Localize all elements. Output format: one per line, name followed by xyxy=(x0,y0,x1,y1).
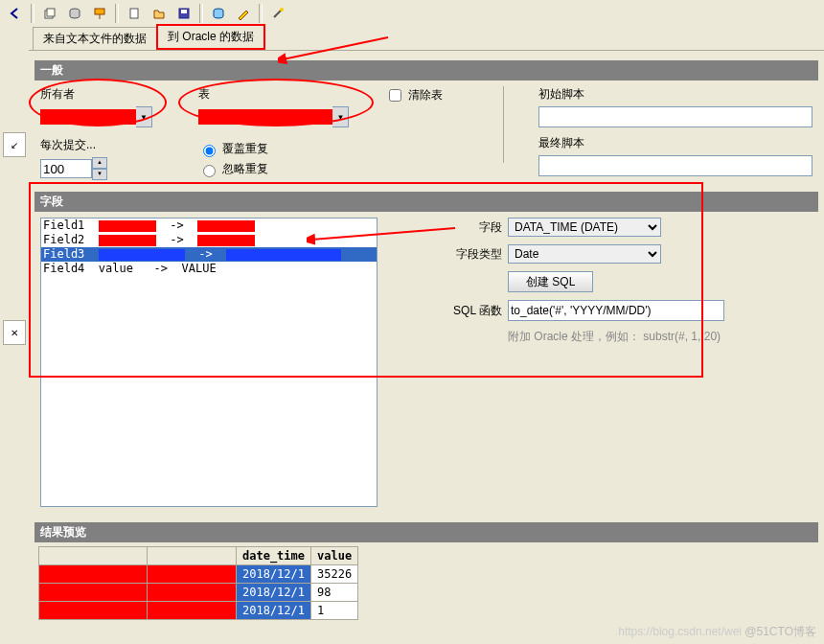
sql-hint: 附加 Oracle 处理，例如： substr(#, 1, 20) xyxy=(508,329,721,345)
tab-oracle[interactable]: 到 Oracle 的数据 xyxy=(156,24,265,50)
side-close-icon[interactable]: ✕ xyxy=(3,320,26,345)
svg-rect-1 xyxy=(47,9,55,16)
final-script-label: 最终脚本 xyxy=(538,135,813,151)
sql-func-input[interactable] xyxy=(508,300,724,321)
left-gutter: ↙ ✕ xyxy=(0,27,30,644)
table-label: 表 xyxy=(198,86,355,103)
preview-col-value: value xyxy=(311,547,358,565)
table-combo[interactable]: ▼ xyxy=(198,106,355,127)
field-type-select[interactable]: Date xyxy=(508,244,661,264)
sql-func-label: SQL 函数 xyxy=(445,303,502,319)
fields-listbox[interactable]: Field1 -> Field2 -> Field3 -> Field4 val… xyxy=(40,218,378,507)
db-cyl-icon[interactable] xyxy=(207,2,230,25)
field-type-label: 字段类型 xyxy=(445,246,502,263)
overwrite-radio[interactable]: 覆盖重复 xyxy=(198,141,355,157)
owner-combo[interactable]: ▼ xyxy=(40,106,170,127)
section-preview-header: 结果预览 xyxy=(34,522,818,542)
svg-rect-5 xyxy=(130,9,138,18)
init-script-input[interactable] xyxy=(538,106,813,127)
create-sql-button[interactable]: 创建 SQL xyxy=(508,271,593,292)
save-icon[interactable] xyxy=(172,2,195,25)
commit-every-input[interactable] xyxy=(40,159,92,178)
open-icon[interactable] xyxy=(148,2,171,25)
copy-icon[interactable] xyxy=(38,2,61,25)
format-icon[interactable] xyxy=(88,2,111,25)
commit-every-label: 每次提交... xyxy=(40,137,170,153)
section-fields-header: 字段 xyxy=(34,192,818,212)
commit-every-spinner[interactable]: ▲▼ xyxy=(40,157,170,180)
ignore-radio[interactable]: 忽略重复 xyxy=(198,161,355,177)
preview-table: date_time value 2018/12/135226 2018/12/1… xyxy=(38,546,358,620)
preview-col-1 xyxy=(148,547,237,565)
preview-col-0 xyxy=(39,547,148,565)
final-script-input[interactable] xyxy=(538,155,813,176)
init-script-label: 初始脚本 xyxy=(538,86,813,103)
db-icon[interactable] xyxy=(63,2,86,25)
svg-rect-3 xyxy=(95,9,104,14)
side-pin-icon[interactable]: ↙ xyxy=(3,132,26,157)
svg-point-10 xyxy=(280,8,284,12)
new-icon[interactable] xyxy=(123,2,146,25)
edit-icon[interactable] xyxy=(232,2,255,25)
wand-icon[interactable] xyxy=(266,2,289,25)
owner-label: 所有者 xyxy=(40,86,170,103)
watermark: https://blog.csdn.net/wei @51CTO博客 xyxy=(618,624,816,640)
back-icon[interactable] xyxy=(4,2,27,25)
toolbar xyxy=(0,0,824,28)
clear-table-checkbox[interactable]: 清除表 xyxy=(385,86,469,104)
tab-bar: 来自文本文件的数据 到 Oracle 的数据 xyxy=(29,27,824,51)
field-select[interactable]: DATA_TIME (DATE) xyxy=(508,218,661,237)
tab-text-file[interactable]: 来自文本文件的数据 xyxy=(33,27,157,50)
section-general-header: 一般 xyxy=(34,60,818,80)
preview-col-datetime: date_time xyxy=(237,547,311,565)
field-label: 字段 xyxy=(445,219,502,236)
svg-rect-7 xyxy=(181,10,187,13)
